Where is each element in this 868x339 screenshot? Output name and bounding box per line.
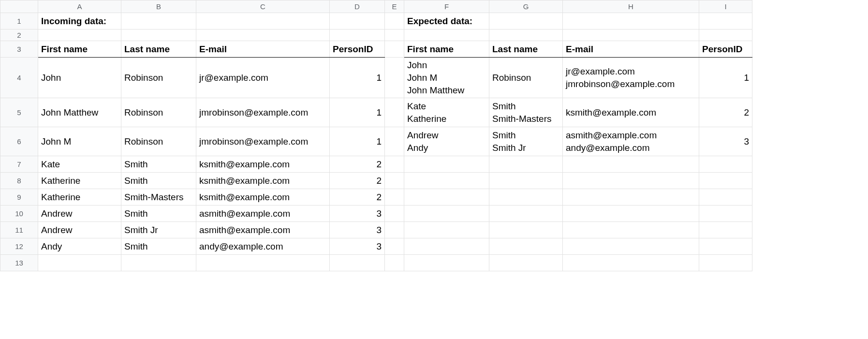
- col-header-H[interactable]: H: [563, 0, 699, 13]
- cell-A10[interactable]: Andrew: [38, 206, 121, 221]
- cell-C6[interactable]: jmrobinson@example.com: [196, 134, 329, 149]
- row-header-8[interactable]: 8: [0, 173, 38, 189]
- cell-B2[interactable]: [121, 29, 196, 41]
- cell-C11[interactable]: asmith@example.com: [196, 223, 329, 237]
- cell-H11[interactable]: [563, 222, 699, 238]
- row-header-1[interactable]: 1: [0, 13, 38, 29]
- col-header-E[interactable]: E: [385, 0, 404, 13]
- hdr-first-name-1[interactable]: First name: [38, 42, 121, 57]
- row-header-9[interactable]: 9: [0, 189, 38, 206]
- cell-B1[interactable]: [121, 13, 196, 29]
- col-header-C[interactable]: C: [196, 0, 330, 13]
- cell-E1[interactable]: [385, 13, 404, 29]
- cell-B9[interactable]: Smith-Masters: [121, 190, 196, 205]
- cell-D5[interactable]: 1: [330, 105, 384, 120]
- incoming-title[interactable]: Incoming data:: [38, 14, 121, 29]
- cell-G6[interactable]: Smith Smith Jr: [489, 128, 562, 155]
- cell-F13[interactable]: [404, 255, 489, 271]
- cell-E11[interactable]: [385, 222, 404, 238]
- spreadsheet-grid[interactable]: A B C D E F G H I 1 Incoming data: Expec…: [0, 0, 752, 271]
- cell-E13[interactable]: [385, 255, 404, 271]
- cell-I7[interactable]: [699, 156, 752, 173]
- cell-G4[interactable]: Robinson: [489, 71, 562, 85]
- cell-E5[interactable]: [385, 98, 404, 127]
- cell-D11[interactable]: 3: [330, 223, 384, 237]
- expected-title[interactable]: Expected data:: [404, 14, 489, 29]
- row-header-13[interactable]: 13: [0, 255, 38, 271]
- cell-E4[interactable]: [385, 58, 404, 98]
- cell-F8[interactable]: [404, 173, 489, 189]
- hdr-first-name-2[interactable]: First name: [404, 42, 489, 57]
- hdr-email-1[interactable]: E-mail: [196, 42, 329, 57]
- cell-C1[interactable]: [196, 13, 330, 29]
- cell-B8[interactable]: Smith: [121, 174, 196, 188]
- row-header-3[interactable]: 3: [0, 41, 38, 58]
- cell-I8[interactable]: [699, 173, 752, 189]
- hdr-personid-2[interactable]: PersonID: [699, 42, 752, 57]
- cell-H8[interactable]: [563, 173, 699, 189]
- cell-D6[interactable]: 1: [330, 134, 384, 149]
- cell-G9[interactable]: [489, 189, 563, 206]
- cell-C12[interactable]: andy@example.com: [196, 239, 329, 254]
- hdr-personid-1[interactable]: PersonID: [330, 42, 384, 57]
- cell-F12[interactable]: [404, 238, 489, 255]
- cell-A12[interactable]: Andy: [38, 239, 121, 254]
- cell-F5[interactable]: Kate Katherine: [404, 99, 489, 126]
- hdr-email-2[interactable]: E-mail: [563, 42, 699, 57]
- cell-I2[interactable]: [699, 29, 752, 41]
- cell-B6[interactable]: Robinson: [121, 134, 196, 149]
- cell-C13[interactable]: [196, 255, 330, 271]
- cell-G1[interactable]: [489, 13, 563, 29]
- cell-F2[interactable]: [404, 29, 489, 41]
- hdr-last-name-2[interactable]: Last name: [489, 42, 562, 57]
- cell-E8[interactable]: [385, 173, 404, 189]
- cell-G8[interactable]: [489, 173, 563, 189]
- cell-H9[interactable]: [563, 189, 699, 206]
- col-header-B[interactable]: B: [121, 0, 196, 13]
- cell-D13[interactable]: [330, 255, 385, 271]
- cell-E12[interactable]: [385, 238, 404, 255]
- cell-A7[interactable]: Kate: [38, 157, 121, 172]
- col-header-A[interactable]: A: [38, 0, 121, 13]
- cell-D12[interactable]: 3: [330, 239, 384, 254]
- cell-D4[interactable]: 1: [330, 71, 384, 85]
- cell-C9[interactable]: ksmith@example.com: [196, 190, 329, 205]
- cell-E6[interactable]: [385, 127, 404, 156]
- cell-G7[interactable]: [489, 156, 563, 173]
- cell-C8[interactable]: ksmith@example.com: [196, 174, 329, 188]
- cell-G13[interactable]: [489, 255, 563, 271]
- cell-B7[interactable]: Smith: [121, 157, 196, 172]
- cell-F4[interactable]: John John M John Matthew: [404, 58, 489, 98]
- cell-I9[interactable]: [699, 189, 752, 206]
- row-header-2[interactable]: 2: [0, 29, 38, 41]
- cell-F6[interactable]: Andrew Andy: [404, 128, 489, 155]
- cell-C10[interactable]: asmith@example.com: [196, 206, 329, 221]
- row-header-11[interactable]: 11: [0, 222, 38, 238]
- cell-I4[interactable]: 1: [699, 71, 752, 85]
- cell-A4[interactable]: John: [38, 71, 121, 85]
- cell-A5[interactable]: John Matthew: [38, 105, 121, 120]
- cell-D7[interactable]: 2: [330, 157, 384, 172]
- cell-C2[interactable]: [196, 29, 330, 41]
- col-header-F[interactable]: F: [404, 0, 489, 13]
- cell-G2[interactable]: [489, 29, 563, 41]
- cell-A8[interactable]: Katherine: [38, 174, 121, 188]
- row-header-5[interactable]: 5: [0, 98, 38, 127]
- cell-D9[interactable]: 2: [330, 190, 384, 205]
- cell-I13[interactable]: [699, 255, 752, 271]
- cell-D10[interactable]: 3: [330, 206, 384, 221]
- cell-G10[interactable]: [489, 206, 563, 222]
- col-header-G[interactable]: G: [489, 0, 563, 13]
- cell-I12[interactable]: [699, 238, 752, 255]
- cell-B12[interactable]: Smith: [121, 239, 196, 254]
- cell-I10[interactable]: [699, 206, 752, 222]
- cell-G12[interactable]: [489, 238, 563, 255]
- corner-cell[interactable]: [0, 0, 38, 13]
- cell-H7[interactable]: [563, 156, 699, 173]
- cell-H4[interactable]: jr@example.com jmrobinson@example.com: [563, 64, 699, 91]
- cell-C4[interactable]: jr@example.com: [196, 71, 329, 85]
- cell-B5[interactable]: Robinson: [121, 105, 196, 120]
- cell-A2[interactable]: [38, 29, 121, 41]
- row-header-4[interactable]: 4: [0, 58, 38, 98]
- cell-B4[interactable]: Robinson: [121, 71, 196, 85]
